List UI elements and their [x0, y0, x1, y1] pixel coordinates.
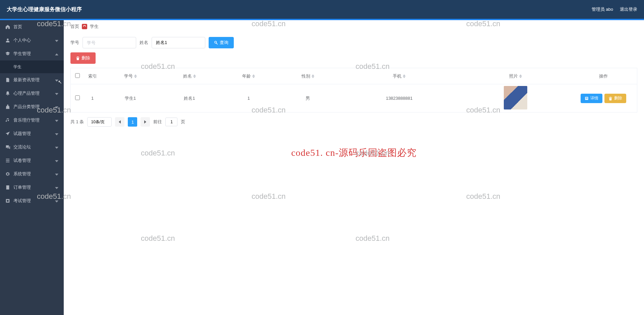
th-op: 操作	[599, 74, 608, 79]
grad-icon	[5, 51, 10, 56]
pagination: 共 1 条 10条/页 1 前往 页	[64, 113, 644, 131]
table-row: 1 学生1 姓名1 1 男 13823888881 详情 删除	[71, 84, 637, 113]
cell-gender: 男	[278, 84, 337, 113]
search-label-sid: 学号	[70, 40, 79, 46]
sort-icon[interactable]	[134, 74, 137, 78]
page-unit: 页	[181, 119, 185, 125]
th-photo[interactable]: 照片	[509, 73, 518, 79]
sidebar-item-0[interactable]: 首页	[0, 20, 64, 34]
chevron-down-icon	[55, 119, 58, 122]
main-content: 首页 学生 学号 姓名 查询 删除 索引 学号 姓名 年龄	[64, 20, 644, 315]
app-title: 大学生心理健康服务微信小程序	[7, 6, 82, 13]
logout-link[interactable]: 退出登录	[620, 6, 637, 12]
detail-icon	[585, 96, 589, 100]
sidebar-item-8[interactable]: 交流论坛	[0, 140, 64, 154]
trash-icon	[608, 96, 612, 100]
sidebar-item-label: 系统管理	[13, 171, 31, 177]
search-bar: 学号 姓名 查询	[64, 33, 644, 52]
system-icon	[5, 172, 10, 176]
breadcrumb-home[interactable]: 首页	[70, 24, 79, 30]
th-sid[interactable]: 学号	[124, 73, 133, 79]
user-icon	[5, 38, 10, 43]
cell-index: 1	[84, 84, 101, 113]
sort-icon[interactable]	[312, 74, 314, 78]
sidebar-item-4[interactable]: 心理产品管理	[0, 87, 64, 100]
sidebar-item-label: 最新资讯管理	[13, 77, 40, 83]
row-checkbox[interactable]	[75, 95, 80, 100]
page-number-button[interactable]: 1	[128, 117, 137, 127]
sidebar-item-7[interactable]: 试题管理	[0, 127, 64, 140]
select-all-checkbox[interactable]	[75, 73, 80, 78]
exam-icon	[5, 198, 10, 203]
breadcrumb: 首页 学生	[64, 20, 644, 33]
th-index: 索引	[88, 74, 97, 79]
cell-photo	[504, 86, 527, 109]
sidebar-item-label: 学生管理	[13, 51, 31, 57]
detail-button[interactable]: 详情	[581, 94, 602, 103]
sort-icon[interactable]	[519, 74, 522, 78]
sidebar-item-12[interactable]: 考试管理	[0, 194, 64, 208]
search-label-name: 姓名	[140, 40, 148, 46]
sort-icon[interactable]	[403, 74, 406, 78]
chevron-down-icon	[55, 199, 58, 203]
search-input-sid[interactable]	[83, 37, 136, 48]
chevron-down-icon	[55, 186, 58, 189]
chevron-down-icon	[55, 145, 58, 149]
home-icon	[5, 25, 10, 29]
forum-icon	[5, 145, 10, 149]
search-icon	[214, 41, 218, 45]
sidebar-item-label: 产品分类管理	[13, 104, 40, 110]
sidebar-item-10[interactable]: 系统管理	[0, 167, 64, 181]
goto-label: 前往	[153, 119, 162, 125]
search-input-name[interactable]	[152, 37, 205, 48]
data-table: 索引 学号 姓名 年龄 性别 手机 照片 操作 1 学生1 姓名1 1 男	[70, 68, 637, 113]
sidebar-item-label: 首页	[13, 24, 22, 30]
submenu-item[interactable]: 学生	[0, 60, 64, 73]
order-icon	[5, 185, 10, 190]
th-phone[interactable]: 手机	[393, 73, 401, 79]
sort-icon[interactable]	[193, 74, 196, 78]
chevron-right-icon	[144, 120, 147, 124]
admin-label[interactable]: 管理员 abo	[592, 6, 613, 12]
cursor-icon: ↖	[58, 79, 62, 85]
page-size-select[interactable]: 10条/页	[87, 117, 112, 127]
cell-sid: 学生1	[101, 84, 160, 113]
bag-icon	[5, 104, 10, 109]
sidebar-item-label: 交流论坛	[13, 144, 31, 150]
sidebar-item-11[interactable]: 订单管理	[0, 181, 64, 194]
dashboard-icon	[82, 24, 87, 29]
page-next-button[interactable]	[141, 117, 150, 127]
th-name[interactable]: 姓名	[183, 73, 192, 79]
list-icon	[5, 158, 10, 163]
bell-icon	[5, 91, 10, 96]
watermark-red: code51. cn-源码乐园盗图必究	[291, 146, 417, 159]
sidebar-item-label: 试卷管理	[13, 158, 31, 164]
chevron-down-icon	[55, 105, 58, 108]
sidebar-item-9[interactable]: 试卷管理	[0, 154, 64, 167]
query-button[interactable]: 查询	[209, 37, 234, 48]
app-header: 大学生心理健康服务微信小程序 管理员 abo 退出登录	[0, 0, 644, 19]
sidebar-item-label: 音乐理疗管理	[13, 117, 40, 123]
th-age[interactable]: 年龄	[242, 73, 251, 79]
th-gender[interactable]: 性别	[302, 73, 310, 79]
cell-name: 姓名1	[160, 84, 219, 113]
row-delete-button[interactable]: 删除	[604, 94, 626, 103]
sidebar-item-5[interactable]: 产品分类管理	[0, 100, 64, 114]
sidebar-item-label: 考试管理	[13, 198, 31, 204]
chevron-down-icon	[55, 172, 58, 176]
sidebar: 首页个人中心学生管理学生最新资讯管理心理产品管理产品分类管理音乐理疗管理试题管理…	[0, 20, 64, 315]
chevron-down-icon	[55, 132, 58, 135]
sidebar-item-6[interactable]: 音乐理疗管理	[0, 114, 64, 127]
sidebar-item-1[interactable]: 个人中心	[0, 34, 64, 47]
goto-input[interactable]	[165, 118, 177, 126]
cell-phone: 13823888881	[337, 84, 461, 113]
page-total: 共 1 条	[70, 119, 84, 125]
sidebar-item-label: 个人中心	[13, 37, 31, 43]
sidebar-item-2[interactable]: 学生管理	[0, 47, 64, 60]
sort-icon[interactable]	[252, 74, 255, 78]
batch-delete-button[interactable]: 删除	[70, 52, 96, 64]
chevron-down-icon	[55, 92, 58, 95]
sidebar-item-3[interactable]: 最新资讯管理	[0, 73, 64, 87]
doc-icon	[5, 78, 10, 82]
page-prev-button[interactable]	[115, 117, 124, 127]
